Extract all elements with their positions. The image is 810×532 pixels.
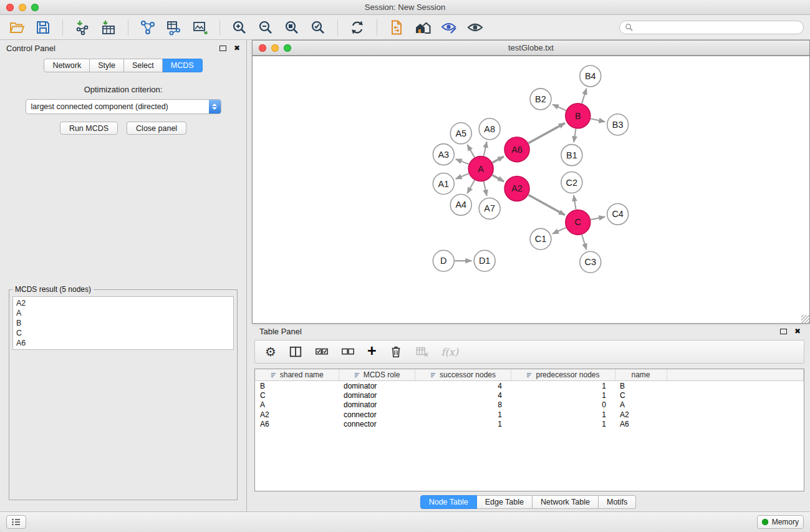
maximize-window-button[interactable] [284,44,291,52]
tab-network[interactable]: Network [44,59,90,72]
node-B3[interactable]: B3 [607,114,629,135]
apply-layout-button[interactable] [347,18,368,37]
tab-select[interactable]: Select [124,59,163,72]
node-B4[interactable]: B4 [580,65,601,87]
tab-network-table[interactable]: Network Table [533,495,599,509]
edge-A-A4[interactable] [467,180,475,193]
new-network-button[interactable] [137,18,158,37]
edge-A-A6[interactable] [493,157,504,163]
tab-node-table[interactable]: Node Table [420,495,477,509]
session-file-button[interactable] [386,18,407,37]
node-C2[interactable]: C2 [561,172,582,193]
node-C[interactable]: C [566,210,591,235]
minimize-window-button[interactable] [271,44,279,52]
search-input[interactable] [636,23,798,32]
network-canvas[interactable]: AA1A2A3A4A5A6A7A8BB1B2B3B4CC1C2C3C4DD1 [253,56,809,323]
edge-A6-B[interactable] [528,123,564,143]
export-image-button[interactable] [190,18,211,37]
node-B[interactable]: B [566,104,591,128]
node-A4[interactable]: A4 [450,194,471,215]
mcds-result-list[interactable]: A2ABCA6 [12,296,234,350]
show-hide-annotations-button[interactable] [438,18,460,37]
import-network-button[interactable] [72,18,93,37]
table-row[interactable]: Adominator80A [255,400,804,410]
show-columns-button[interactable] [289,343,302,360]
zoom-in-button[interactable] [229,18,250,37]
node-C4[interactable]: C4 [607,203,629,225]
tab-style[interactable]: Style [90,59,124,72]
minimize-window-button[interactable] [19,4,26,11]
close-panel-button[interactable]: Close panel [127,122,186,135]
select-all-button[interactable] [315,343,329,360]
network-from-table-button[interactable] [163,18,185,37]
edge-C-C2[interactable] [574,195,576,210]
node-A1[interactable]: A1 [433,173,454,195]
node-A8[interactable]: A8 [479,118,500,140]
table-row[interactable]: A2connector11A2 [255,410,804,420]
zoom-fit-button[interactable] [281,18,302,37]
edge-B-B4[interactable] [582,89,586,104]
edge-B-B1[interactable] [574,128,576,142]
delete-column-button[interactable] [389,343,403,360]
edge-A2-C[interactable] [528,195,564,215]
edge-C-C1[interactable] [552,228,566,234]
node-A5[interactable]: A5 [450,123,471,144]
result-item[interactable]: C [16,328,230,338]
result-item[interactable]: A2 [16,298,230,308]
criterion-select[interactable]: largest connected component (directed) [26,99,221,114]
table-row[interactable]: Bdominator41B [255,381,804,391]
search-box[interactable] [619,21,804,34]
close-window-button[interactable] [6,4,14,11]
result-item[interactable]: B [16,318,230,328]
save-session-button[interactable] [32,18,54,37]
task-history-button[interactable] [6,515,26,529]
result-item[interactable]: A6 [16,338,230,348]
node-C3[interactable]: C3 [580,251,601,273]
node-A3[interactable]: A3 [433,144,454,165]
tab-motifs[interactable]: Motifs [599,495,636,509]
maximize-window-button[interactable] [31,4,39,11]
node-D[interactable]: D [433,250,454,271]
result-item[interactable]: A [16,308,230,318]
close-window-button[interactable] [259,44,266,52]
column-header-predecessor-nodes[interactable]: predecessor nodes [511,369,615,381]
edge-C-C3[interactable] [582,235,586,249]
node-A2[interactable]: A2 [504,177,529,201]
edge-A-A5[interactable] [468,145,475,157]
edge-C-C4[interactable] [591,217,605,220]
float-panel-icon[interactable] [780,329,787,334]
edge-B-B2[interactable] [552,104,566,110]
edge-A-A3[interactable] [456,159,469,164]
edge-A-A1[interactable] [456,173,469,178]
network-graph[interactable]: AA1A2A3A4A5A6A7A8BB1B2B3B4CC1C2C3C4DD1 [253,56,809,323]
deselect-all-button[interactable] [341,343,355,360]
edge-A-A8[interactable] [484,142,487,156]
add-column-button[interactable]: + [367,343,377,360]
float-panel-icon[interactable] [219,46,226,51]
node-C1[interactable]: C1 [530,228,551,249]
column-header-mcds-role[interactable]: MCDS role [339,369,415,381]
tab-mcds[interactable]: MCDS [163,59,203,72]
column-header-name[interactable]: name [615,369,667,381]
column-header-shared-name[interactable]: shared name [255,369,339,381]
node-B2[interactable]: B2 [530,89,551,110]
table-row[interactable]: Cdominator41C [255,390,804,400]
zoom-out-button[interactable] [255,18,276,37]
table-settings-button[interactable]: ⚙ [265,343,276,360]
node-D1[interactable]: D1 [474,250,495,271]
resize-grip[interactable] [801,315,809,323]
edge-A-A7[interactable] [484,181,487,196]
column-header-successor-nodes[interactable]: successor nodes [415,369,511,381]
table-row[interactable]: A6connector11A6 [255,420,804,430]
open-session-button[interactable] [6,18,27,37]
edge-B-B3[interactable] [591,118,605,122]
tab-edge-table[interactable]: Edge Table [477,495,533,509]
edge-A-A2[interactable] [493,175,504,181]
node-B1[interactable]: B1 [561,145,582,166]
node-A[interactable]: A [468,157,493,181]
network-overview-button[interactable] [412,18,433,37]
close-panel-icon[interactable]: ✖ [794,327,801,335]
import-table-button[interactable] [98,18,119,37]
node-A6[interactable]: A6 [504,137,529,162]
memory-button[interactable]: Memory [757,515,804,529]
